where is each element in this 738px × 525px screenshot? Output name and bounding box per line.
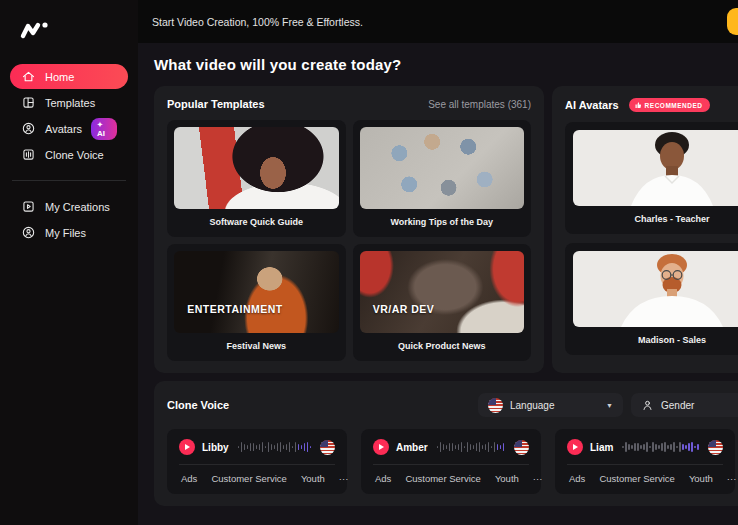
chevron-down-icon: ▼ bbox=[606, 402, 613, 409]
popular-templates-title: Popular Templates bbox=[167, 98, 265, 110]
more-tags-button[interactable]: ··· bbox=[339, 473, 349, 484]
avatar-name: Charles - Teacher bbox=[573, 206, 738, 234]
template-title: Quick Product News bbox=[360, 333, 525, 361]
sidebar-item-label: Home bbox=[45, 71, 74, 83]
template-card[interactable]: Software Quick Guide bbox=[167, 120, 346, 237]
template-thumbnail-entertainment: ENTERTAINMENT bbox=[174, 251, 339, 333]
voice-tag[interactable]: Ads bbox=[569, 473, 585, 484]
voice-waveform bbox=[238, 440, 311, 454]
app-logo bbox=[18, 16, 138, 44]
voice-tag[interactable]: Ads bbox=[375, 473, 391, 484]
ai-badge: AI bbox=[91, 118, 117, 140]
play-button[interactable] bbox=[567, 439, 583, 455]
recommended-badge: RECOMMENDED bbox=[629, 98, 711, 112]
avatar-illustration bbox=[573, 130, 738, 206]
sidebar-item-label: My Files bbox=[45, 227, 86, 239]
sidebar-item-my-files[interactable]: My Files bbox=[10, 220, 128, 245]
voice-tag[interactable]: Ads bbox=[181, 473, 197, 484]
voice-card[interactable]: Amber Ads Customer Service Youth ··· bbox=[361, 429, 541, 494]
avatar-illustration bbox=[573, 251, 738, 327]
language-dropdown-label: Language bbox=[510, 400, 555, 411]
template-title: Working Tips of the Day bbox=[360, 209, 525, 237]
voice-waveform bbox=[437, 440, 505, 454]
avatars-icon bbox=[21, 121, 36, 136]
avatar-photo-madison bbox=[573, 251, 738, 327]
template-thumbnail-woman-red-stripes bbox=[174, 127, 339, 209]
voice-tag[interactable]: Customer Service bbox=[405, 473, 481, 484]
clone-voice-panel: Clone Voice Language ▼ Gender bbox=[154, 381, 738, 506]
app-window: Home Templates Avatars AI Clone Voice bbox=[0, 0, 738, 525]
avatar-name: Madison - Sales bbox=[573, 327, 738, 355]
voice-card[interactable]: Liam Ads Customer Service Youth ··· bbox=[555, 429, 735, 494]
sidebar-item-label: My Creations bbox=[45, 201, 110, 213]
voice-name: Amber bbox=[396, 442, 428, 453]
sidebar-item-label: Avatars bbox=[45, 123, 82, 135]
sidebar-item-home[interactable]: Home bbox=[10, 64, 128, 89]
play-button[interactable] bbox=[373, 439, 389, 455]
sidebar-item-my-creations[interactable]: My Creations bbox=[10, 194, 128, 219]
sidebar-item-templates[interactable]: Templates bbox=[10, 90, 128, 115]
home-icon bbox=[21, 69, 36, 84]
template-card[interactable]: ENTERTAINMENT Festival News bbox=[167, 244, 346, 361]
content: What video will you create today? Popula… bbox=[138, 43, 738, 525]
sidebar-item-clone-voice[interactable]: Clone Voice bbox=[10, 142, 128, 167]
voice-name: Libby bbox=[202, 442, 229, 453]
avatar-card[interactable]: Madison - Sales bbox=[565, 243, 738, 355]
voice-tag[interactable]: Customer Service bbox=[599, 473, 675, 484]
popular-templates-panel: Popular Templates See all templates (361… bbox=[154, 86, 544, 373]
us-flag-icon bbox=[708, 440, 723, 455]
thumbnail-overlay-text: ENTERTAINMENT bbox=[187, 303, 283, 315]
thumbnail-overlay-text: VR/AR DEV bbox=[373, 303, 435, 315]
sidebar-divider bbox=[12, 180, 126, 181]
see-all-templates-link[interactable]: See all templates (361) bbox=[428, 99, 531, 110]
us-flag-icon bbox=[320, 440, 335, 455]
clone-voice-icon bbox=[21, 147, 36, 162]
voice-tag[interactable]: Customer Service bbox=[211, 473, 287, 484]
voice-name: Liam bbox=[590, 442, 613, 453]
recommended-badge-label: RECOMMENDED bbox=[645, 102, 703, 109]
template-title: Festival News bbox=[174, 333, 339, 361]
sidebar-item-label: Clone Voice bbox=[45, 149, 104, 161]
my-files-icon bbox=[21, 225, 36, 240]
thumbs-up-icon bbox=[634, 101, 642, 109]
voice-card[interactable]: Libby Ads Customer Service Youth ··· bbox=[167, 429, 347, 494]
gender-dropdown[interactable]: Gender bbox=[631, 393, 738, 417]
person-icon bbox=[641, 399, 654, 412]
template-card[interactable]: Working Tips of the Day bbox=[353, 120, 532, 237]
logo-icon bbox=[18, 17, 52, 43]
page-title: What video will you create today? bbox=[154, 56, 738, 73]
more-tags-button[interactable]: ··· bbox=[533, 473, 543, 484]
us-flag-icon bbox=[514, 440, 529, 455]
avatar-card[interactable]: Charles - Teacher bbox=[565, 122, 738, 234]
voice-tag[interactable]: Youth bbox=[689, 473, 713, 484]
template-card[interactable]: VR/AR DEV Quick Product News bbox=[353, 244, 532, 361]
us-flag-icon bbox=[488, 398, 503, 413]
main-area: Start Video Creation, 100% Free & Effort… bbox=[138, 0, 738, 525]
top-banner: Start Video Creation, 100% Free & Effort… bbox=[138, 0, 738, 43]
template-title: Software Quick Guide bbox=[174, 209, 339, 237]
language-dropdown[interactable]: Language ▼ bbox=[478, 393, 623, 417]
clone-voice-title: Clone Voice bbox=[167, 399, 229, 411]
voice-tag[interactable]: Youth bbox=[495, 473, 519, 484]
sidebar: Home Templates Avatars AI Clone Voice bbox=[0, 0, 138, 525]
gender-dropdown-label: Gender bbox=[661, 400, 694, 411]
voice-waveform bbox=[622, 440, 699, 454]
promo-text: Start Video Creation, 100% Free & Effort… bbox=[152, 16, 363, 28]
template-thumbnail-group-meeting bbox=[360, 127, 525, 209]
upgrade-button[interactable] bbox=[727, 8, 738, 35]
play-button[interactable] bbox=[179, 439, 195, 455]
voice-tag[interactable]: Youth bbox=[301, 473, 325, 484]
my-creations-icon bbox=[21, 199, 36, 214]
avatar-photo-charles bbox=[573, 130, 738, 206]
more-tags-button[interactable]: ··· bbox=[727, 473, 737, 484]
sidebar-item-label: Templates bbox=[45, 97, 95, 109]
templates-icon bbox=[21, 95, 36, 110]
template-thumbnail-vr-headset: VR/AR DEV bbox=[360, 251, 525, 333]
ai-avatars-panel: AI Avatars RECOMMENDED bbox=[552, 86, 738, 373]
ai-avatars-title: AI Avatars bbox=[565, 99, 619, 111]
sidebar-item-avatars[interactable]: Avatars AI bbox=[10, 116, 128, 141]
